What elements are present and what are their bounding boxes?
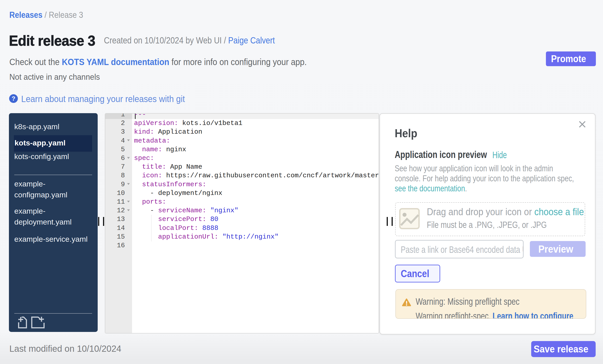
svg-text:?: ? <box>12 95 15 102</box>
